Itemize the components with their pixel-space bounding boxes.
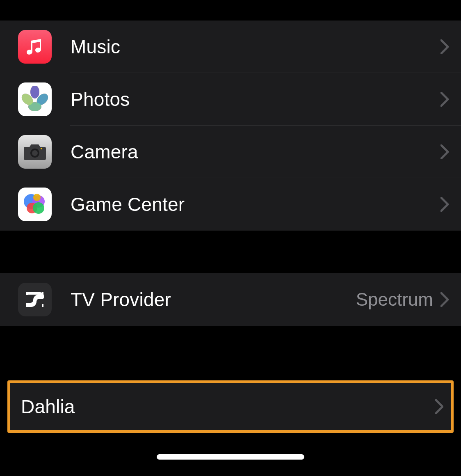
settings-row-label: Photos (71, 88, 440, 110)
settings-row-music[interactable]: Music (0, 21, 461, 73)
settings-group-tv: TV Provider Spectrum (0, 273, 461, 326)
svg-point-14 (33, 202, 44, 214)
tvprovider-icon (18, 283, 52, 316)
chevron-right-icon (440, 197, 449, 212)
svg-rect-17 (26, 304, 28, 307)
chevron-right-icon (440, 144, 449, 159)
chevron-right-icon (440, 292, 449, 307)
settings-row-photos[interactable]: Photos (0, 73, 461, 126)
settings-row-label: Game Center (71, 193, 440, 215)
svg-point-10 (41, 148, 42, 149)
settings-row-label: Camera (71, 141, 440, 163)
section-gap (0, 231, 461, 273)
settings-row-tvprovider[interactable]: TV Provider Spectrum (0, 273, 461, 326)
highlight-border: Dahlia (7, 380, 454, 433)
settings-row-camera[interactable]: Camera (0, 126, 461, 178)
settings-group-media: Music (0, 21, 461, 231)
svg-rect-16 (26, 292, 28, 295)
svg-point-15 (33, 194, 41, 201)
settings-row-gamecenter[interactable]: Game Center (0, 178, 461, 231)
svg-point-9 (32, 150, 38, 156)
chevron-right-icon (440, 92, 449, 107)
settings-row-label: TV Provider (71, 288, 356, 311)
gamecenter-icon (18, 188, 52, 221)
section-gap (0, 326, 461, 379)
svg-rect-18 (42, 292, 43, 295)
svg-rect-19 (42, 304, 43, 307)
chevron-right-icon (440, 39, 449, 54)
status-bar-gap (0, 0, 461, 21)
music-icon (18, 30, 52, 64)
photos-icon (18, 82, 52, 116)
settings-row-label: Dahlia (21, 396, 435, 418)
home-indicator[interactable] (157, 454, 304, 460)
settings-row-label: Music (71, 36, 440, 58)
svg-point-4 (30, 86, 39, 98)
camera-icon (18, 135, 52, 169)
settings-row-dahlia[interactable]: Dahlia (10, 383, 451, 430)
settings-screen: Music (0, 0, 461, 476)
chevron-right-icon (435, 399, 443, 414)
settings-row-value: Spectrum (356, 289, 433, 310)
highlight-annotation: Dahlia (0, 379, 461, 434)
